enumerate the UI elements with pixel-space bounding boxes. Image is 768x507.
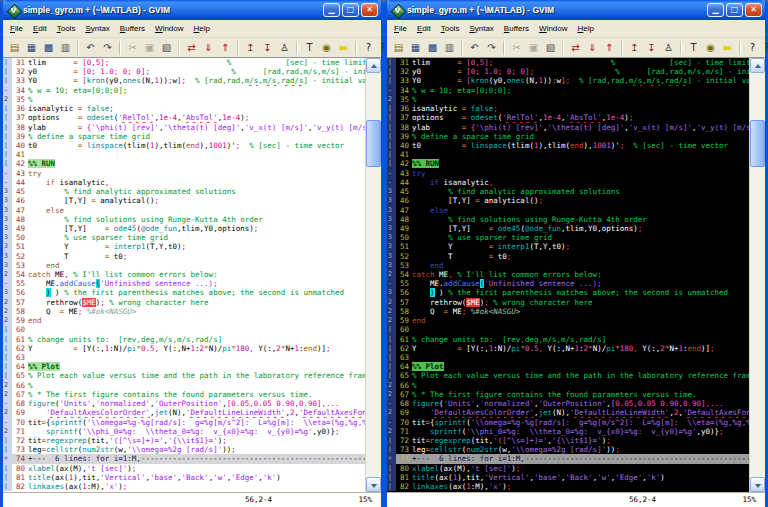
print-button[interactable]: ▥: [441, 40, 458, 56]
line-number: 32: [12, 67, 28, 76]
maximize-button[interactable]: □: [726, 3, 743, 17]
code-area[interactable]: |31tlim = [0,5]; % [sec] - time limits o…: [3, 58, 365, 492]
minimize-button[interactable]: ▁: [323, 3, 340, 17]
fold-column: 3: [3, 288, 12, 297]
fold-column: 3: [3, 252, 12, 261]
menu-item-edit[interactable]: Edit: [28, 21, 52, 36]
line-number: 74: [396, 454, 412, 463]
folded-line: +74+--- 6 lines: for i=1:M,-------------…: [387, 454, 749, 463]
open-button[interactable]: ▤: [6, 40, 23, 56]
save-session-button[interactable]: ↧: [259, 40, 276, 56]
replace-button[interactable]: ⇄: [183, 40, 200, 56]
menu-item-tools[interactable]: Tools: [52, 21, 81, 36]
scroll-up-button[interactable]: [750, 58, 765, 73]
line-number: 53: [12, 261, 28, 270]
code-line: |40t0 = linspace(tlim(1),tlim(end),1001)…: [387, 141, 749, 150]
menu-item-help[interactable]: Help: [189, 21, 215, 36]
save-button[interactable]: ▦: [407, 40, 424, 56]
toolbar: ▤▦▩▥↶↷✂▣▧⇄⇓⇑↥↧♙T◉▬??₊: [3, 38, 381, 58]
line-number: 62: [396, 344, 412, 353]
save-session-button[interactable]: ↧: [643, 40, 660, 56]
make-button[interactable]: T: [301, 40, 318, 56]
menu-item-buffers[interactable]: Buffers: [499, 21, 534, 36]
help-button[interactable]: ?: [744, 40, 761, 56]
paste-button[interactable]: ▧: [158, 40, 175, 56]
code-line: |72tit=regexprep(tit,'([^\s=]+)=','{\\it…: [387, 436, 749, 445]
find-help-button[interactable]: ?₊: [761, 40, 768, 56]
copy-button[interactable]: ▣: [141, 40, 158, 56]
close-button[interactable]: ✕: [361, 3, 378, 17]
vertical-scrollbar[interactable]: [749, 58, 765, 492]
find-prev-button[interactable]: ⇑: [217, 40, 234, 56]
folded-line: +74+--- 6 lines: for i=1:M,-------------…: [3, 454, 365, 463]
cut-button[interactable]: ✂: [124, 40, 141, 56]
tag-jump-button[interactable]: ▬: [335, 40, 352, 56]
undo-button[interactable]: ↶: [82, 40, 99, 56]
redo-button[interactable]: ↷: [483, 40, 500, 56]
menu-item-file[interactable]: File: [5, 21, 28, 36]
open-button[interactable]: ▤: [390, 40, 407, 56]
scrollbar-thumb[interactable]: [366, 120, 381, 167]
find-prev-button[interactable]: ⇑: [601, 40, 618, 56]
code-line: 259end: [387, 316, 749, 325]
code-area[interactable]: |31tlim = [0,5]; % [sec] - time limits o…: [387, 58, 749, 492]
tag-jump-button[interactable]: ▬: [719, 40, 736, 56]
code-line: |64%% Plot: [387, 362, 749, 371]
fold-column: 2: [387, 390, 396, 399]
run-ctags-button[interactable]: ◉: [318, 40, 335, 56]
load-session-button[interactable]: ↥: [626, 40, 643, 56]
fold-column: |: [387, 58, 396, 67]
undo-button[interactable]: ↶: [466, 40, 483, 56]
menu-item-help[interactable]: Help: [573, 21, 599, 36]
menu-item-syntax[interactable]: Syntax: [464, 21, 498, 36]
fold-column: -: [3, 178, 12, 187]
maximize-button[interactable]: □: [342, 3, 359, 17]
menu-item-tools[interactable]: Tools: [436, 21, 465, 36]
copy-button[interactable]: ▣: [525, 40, 542, 56]
code-text: % Plot each value versus time and the pa…: [412, 371, 749, 380]
help-button[interactable]: ?: [360, 40, 377, 56]
line-number: 55: [12, 279, 28, 288]
menu-item-edit[interactable]: Edit: [412, 21, 436, 36]
line-number: 58: [396, 307, 412, 316]
menu-item-window[interactable]: Window: [150, 21, 188, 36]
load-session-button[interactable]: ↥: [242, 40, 259, 56]
paste-button[interactable]: ▧: [542, 40, 559, 56]
line-number: 63: [396, 353, 412, 362]
make-button[interactable]: T: [685, 40, 702, 56]
menu-item-window[interactable]: Window: [534, 21, 572, 36]
save-button[interactable]: ▦: [23, 40, 40, 56]
replace-button[interactable]: ⇄: [567, 40, 584, 56]
scroll-down-button[interactable]: [750, 477, 765, 492]
line-number: 47: [12, 206, 28, 215]
code-text: [28, 150, 365, 159]
menu-item-syntax[interactable]: Syntax: [80, 21, 114, 36]
run-script-button[interactable]: ♙: [276, 40, 293, 56]
minimize-button[interactable]: ▁: [707, 3, 724, 17]
find-next-button[interactable]: ⇓: [584, 40, 601, 56]
code-line: |41: [387, 150, 749, 159]
code-line: 235%: [3, 95, 365, 104]
fold-column: 2: [3, 381, 12, 390]
ruler-position: 56,2-4: [245, 493, 272, 506]
run-script-button[interactable]: ♙: [660, 40, 677, 56]
line-number: 62: [12, 344, 28, 353]
run-ctags-button[interactable]: ◉: [702, 40, 719, 56]
print-button[interactable]: ▥: [57, 40, 74, 56]
cut-button[interactable]: ✂: [508, 40, 525, 56]
menu-item-file[interactable]: File: [389, 21, 412, 36]
menu-item-buffers[interactable]: Buffers: [115, 21, 150, 36]
scroll-up-button[interactable]: [366, 58, 381, 73]
scrollbar-thumb[interactable]: [750, 120, 765, 167]
code-text: linkaxes(ax(1:M),'x');: [28, 482, 365, 491]
save-all-button[interactable]: ▩: [424, 40, 441, 56]
gvim-window-left: Vsimple_gyro.m + (~\MATLAB) - GVIM▁□✕Fil…: [0, 0, 384, 507]
window-title: simple_gyro.m + (~\MATLAB) - GVIM: [407, 0, 707, 20]
scroll-down-button[interactable]: [366, 477, 381, 492]
redo-button[interactable]: ↷: [99, 40, 116, 56]
fold-column: 3: [387, 206, 396, 215]
vertical-scrollbar[interactable]: [365, 58, 381, 492]
save-all-button[interactable]: ▩: [40, 40, 57, 56]
find-next-button[interactable]: ⇓: [200, 40, 217, 56]
close-button[interactable]: ✕: [745, 3, 762, 17]
